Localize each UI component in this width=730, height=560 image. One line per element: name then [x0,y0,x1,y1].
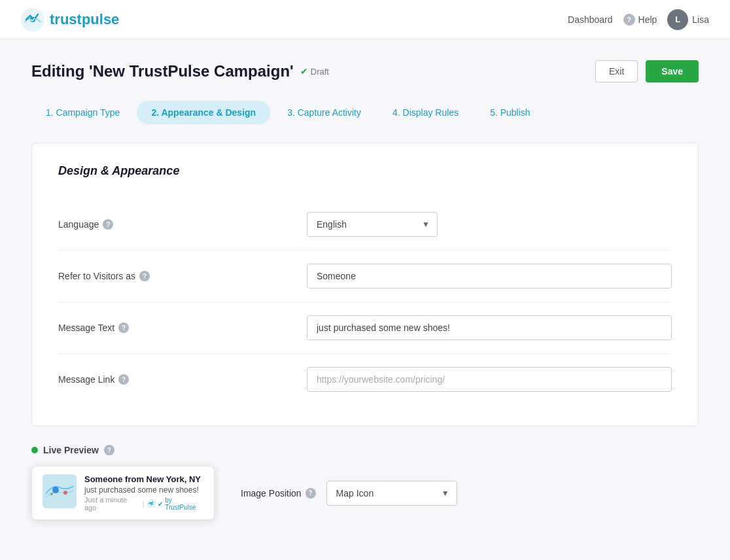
message-text-input[interactable] [307,315,672,340]
language-row: Language ? English Spanish French German… [58,199,672,251]
image-position-label: Image Position [241,488,302,499]
message-link-row: Message Link ? [58,354,672,405]
image-position-select[interactable]: Map Icon Custom Image No Image [326,481,457,506]
campaign-title: Editing 'New TrustPulse Campaign' [31,62,294,80]
message-link-info-icon[interactable]: ? [118,374,129,385]
tab-display-rules[interactable]: 4. Display Rules [378,101,473,124]
help-button[interactable]: ? Help [623,14,657,26]
notification-preview: Someone from New York, NY just purchased… [31,466,215,520]
notification-message: just purchased some new shoes! [84,485,203,495]
message-text-row: Message Text ? [58,302,672,354]
notification-by-text: by TrustPulse [165,497,203,511]
notification-time: Just a minute ago | ✔ by TrustPulse [84,496,203,512]
language-label: Language ? [58,219,307,230]
dashboard-link[interactable]: Dashboard [568,14,613,25]
help-label: Help [638,14,657,25]
notification-name: Someone from New York, NY [84,474,203,484]
language-info-icon[interactable]: ? [103,219,113,230]
header-actions: Exit Save [595,60,699,82]
main-content: Editing 'New TrustPulse Campaign' ✔ Draf… [18,39,712,541]
svg-point-3 [52,487,59,493]
image-position-info-icon[interactable]: ? [305,488,316,499]
user-avatar: L [667,9,688,30]
live-preview-section: Live Preview ? Someone from New [31,445,699,520]
tab-appearance-design[interactable]: 2. Appearance & Design [137,101,270,124]
draft-label: Draft [311,67,329,77]
visitors-info-icon[interactable]: ? [139,271,150,281]
exit-button[interactable]: Exit [595,60,638,82]
live-preview-header: Live Preview ? [31,445,699,455]
page-title: Editing 'New TrustPulse Campaign' ✔ Draf… [31,62,329,80]
logo: trustpulse [21,8,119,31]
image-position-area: Image Position ? Map Icon Custom Image N… [241,481,699,506]
visitors-row: Refer to Visitors as ? [58,251,672,302]
page-header: Editing 'New TrustPulse Campaign' ✔ Draf… [31,60,699,82]
tab-capture-activity[interactable]: 3. Capture Activity [273,101,375,124]
tab-publish[interactable]: 5. Publish [476,101,544,124]
user-section: L Lisa [667,9,709,30]
live-preview-info-icon[interactable]: ? [104,445,114,455]
visitors-input[interactable] [307,264,672,289]
help-icon: ? [623,14,635,26]
message-text-info-icon[interactable]: ? [118,323,129,333]
message-link-input[interactable] [307,367,672,392]
card-title: Design & Appearance [58,164,672,178]
message-link-control [307,367,672,392]
notification-logo: ✔ by TrustPulse [147,497,203,511]
logo-icon [21,8,44,31]
message-link-label: Message Link ? [58,374,307,385]
content-card: Design & Appearance Language ? English S… [31,143,699,427]
language-control: English Spanish French German Italian ▼ [307,212,672,237]
message-text-control [307,315,672,340]
tabs-nav: 1. Campaign Type 2. Appearance & Design … [31,101,699,124]
image-position-label-wrap: Image Position ? [241,488,316,499]
notification-content: Someone from New York, NY just purchased… [84,474,203,512]
visitors-control [307,264,672,289]
message-text-label: Message Text ? [58,323,307,333]
image-position-select-wrapper: Map Icon Custom Image No Image ▼ [326,481,457,506]
live-dot-icon [31,447,38,453]
tp-check-icon: ✔ [158,500,163,508]
live-preview-content: Someone from New York, NY just purchased… [31,466,699,520]
save-button[interactable]: Save [646,60,699,82]
user-name: Lisa [692,14,709,25]
notification-map [43,474,77,508]
live-preview-label: Live Preview [43,445,99,455]
svg-point-4 [63,491,67,495]
trustpulse-logo-icon [147,499,156,508]
draft-check-icon: ✔ [300,66,308,77]
language-select-wrapper: English Spanish French German Italian ▼ [307,212,438,237]
svg-point-5 [50,493,53,495]
header: trustpulse Dashboard ? Help L Lisa [0,0,730,39]
logo-text: trustpulse [50,11,119,28]
tab-campaign-type[interactable]: 1. Campaign Type [31,101,134,124]
header-nav: Dashboard ? Help L Lisa [568,9,709,30]
visitors-label: Refer to Visitors as ? [58,271,307,281]
draft-badge: ✔ Draft [300,66,329,77]
language-select[interactable]: English Spanish French German Italian [307,212,438,237]
